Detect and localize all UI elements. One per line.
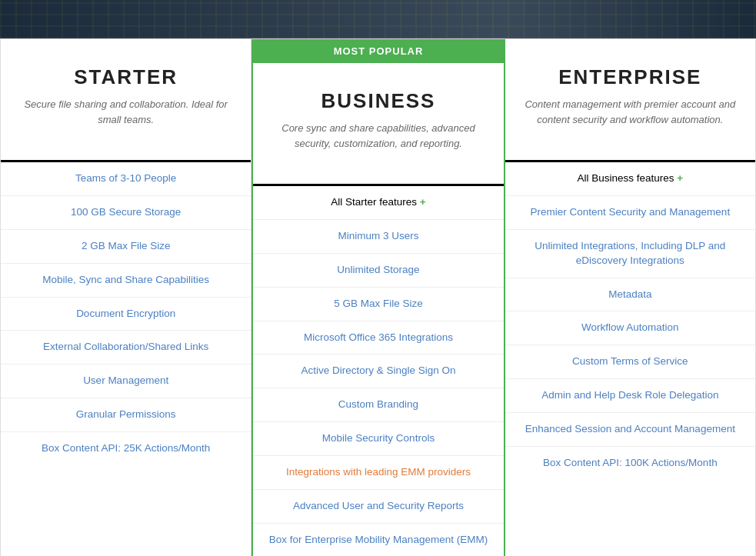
feature-item: Minimum 3 Users	[253, 220, 503, 254]
plan-description-starter: Secure file sharing and collaboration. I…	[12, 97, 239, 127]
feature-item: Document Encryption	[1, 298, 251, 331]
feature-item: 100 GB Secure Storage	[1, 196, 251, 230]
hero-banner	[0, 0, 756, 38]
feature-item: Box Content API: 100K Actions/Month	[505, 447, 755, 480]
feature-item: All Starter features +	[253, 186, 503, 220]
feature-item: Unlimited Integrations, Including DLP an…	[505, 230, 755, 278]
feature-item: Custom Branding	[253, 388, 503, 422]
feature-item: Admin and Help Desk Role Delegation	[505, 379, 755, 413]
feature-item: Workflow Automation	[505, 311, 755, 345]
plan-features-enterprise: All Business features +Premier Content S…	[505, 162, 755, 480]
feature-item: Custom Terms of Service	[505, 345, 755, 379]
plus-sign: +	[677, 172, 683, 184]
feature-item: All Business features +	[505, 162, 755, 196]
plan-column-starter: STARTERSecure file sharing and collabora…	[1, 39, 251, 556]
plus-sign: +	[420, 196, 426, 208]
plan-column-business: MOST POPULARBUSINESSCore sync and share …	[251, 39, 505, 556]
plan-header-enterprise: ENTERPRISEContent management with premie…	[505, 39, 755, 162]
plan-header-starter: STARTERSecure file sharing and collabora…	[1, 39, 251, 162]
plan-title-business: BUSINESS	[321, 89, 436, 113]
plan-column-enterprise: ENTERPRISEContent management with premie…	[505, 39, 755, 556]
most-popular-badge: MOST POPULAR	[253, 39, 503, 63]
feature-item: Premier Content Security and Management	[505, 196, 755, 230]
feature-item: Box Content API: 25K Actions/Month	[1, 432, 251, 465]
feature-item: Mobile Security Controls	[253, 422, 503, 456]
feature-item: Active Directory & Single Sign On	[253, 355, 503, 388]
feature-item: Unlimited Storage	[253, 254, 503, 288]
feature-item: User Management	[1, 365, 251, 398]
plan-description-enterprise: Content management with premier account …	[517, 97, 744, 127]
feature-item: Microsoft Office 365 Integrations	[253, 321, 503, 355]
plan-features-starter: Teams of 3-10 People100 GB Secure Storag…	[1, 162, 251, 465]
plan-title-starter: STARTER	[74, 65, 178, 89]
feature-item: 2 GB Max File Size	[1, 230, 251, 264]
plan-header-business: BUSINESSCore sync and share capabilities…	[253, 63, 503, 186]
feature-item: Teams of 3-10 People	[1, 162, 251, 196]
feature-item: Box for Enterprise Mobility Management (…	[253, 524, 503, 556]
pricing-table: STARTERSecure file sharing and collabora…	[0, 38, 756, 556]
feature-item: Integrations with leading EMM providers	[253, 456, 503, 490]
feature-item: Mobile, Sync and Share Capabilities	[1, 264, 251, 298]
feature-item: 5 GB Max File Size	[253, 288, 503, 321]
feature-item: Advanced User and Security Reports	[253, 490, 503, 524]
feature-item: Granular Permissions	[1, 398, 251, 432]
feature-item: External Collaboration/Shared Links	[1, 331, 251, 365]
feature-item: Enhanced Session and Account Management	[505, 413, 755, 447]
plan-description-business: Core sync and share capabilities, advanc…	[265, 121, 491, 151]
feature-item: Metadata	[505, 278, 755, 312]
plan-features-business: All Starter features +Minimum 3 UsersUnl…	[253, 186, 503, 556]
plan-title-enterprise: ENTERPRISE	[558, 65, 701, 89]
